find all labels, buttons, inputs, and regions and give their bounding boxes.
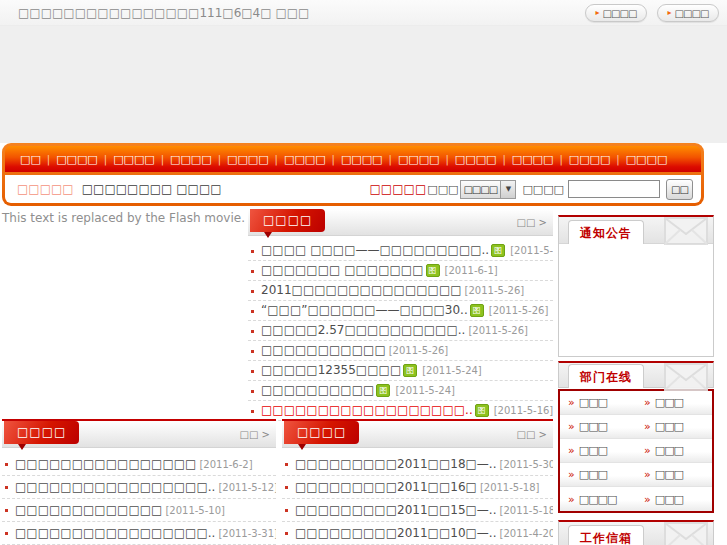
nav-item-0[interactable]: □□ [20, 153, 41, 166]
search-area: □□□□□ □□□ □□□□ ▼ □□□□ □□ [370, 175, 693, 203]
department-label: □□□ [655, 444, 683, 457]
nav-item-11[interactable]: □□□□ [626, 153, 668, 166]
list-item[interactable]: □□□□□□□□□2011□□15□—..[2011-5-18] [282, 499, 553, 522]
department-link[interactable]: »□□□ [636, 415, 712, 438]
notices-section: 通知公告 [558, 215, 714, 357]
department-row: »□□□»□□□ [560, 415, 712, 439]
tab-departments[interactable]: 部门在线 [568, 364, 644, 388]
nav-item-1[interactable]: □□□□ [56, 153, 98, 166]
list-item[interactable]: □□□□□□□□□□□□□[2011-5-10] [2, 499, 276, 522]
list-item[interactable]: □□□□□□□□□□图[2011-5-24] [248, 381, 553, 401]
bottom-left-more-link[interactable]: □□ > [240, 429, 270, 440]
department-label: □□□ [579, 468, 607, 481]
flash-placeholder-text: This text is replaced by the Flash movie… [2, 211, 245, 225]
image-badge: 图 [491, 244, 505, 257]
department-row: »□□□»□□□ [560, 391, 712, 415]
list-item[interactable]: □□□□□□□□□□□[2011-5-26] [248, 341, 553, 361]
nav-item-4[interactable]: □□□□ [227, 153, 269, 166]
list-item[interactable]: “□□□”□□□□□□——□□□□30..图[2011-5-26] [248, 301, 553, 321]
chevron-down-icon[interactable]: ▼ [500, 181, 515, 198]
department-link[interactable]: »□□□ [560, 415, 636, 438]
nav-separator: | [559, 154, 562, 165]
departments-section: 部门在线 »□□□»□□□»□□□»□□□»□□□»□□□»□□□»□□□»□□… [558, 361, 714, 513]
bottom-left-ribbon: □□□□ [4, 421, 79, 444]
departments-grid: »□□□»□□□»□□□»□□□»□□□»□□□»□□□»□□□»□□□□»□□… [558, 389, 714, 513]
department-label: □□□ [655, 396, 683, 409]
bottom-left-header: □□□□ □□ > [2, 421, 276, 448]
image-badge: 图 [475, 404, 489, 417]
list-item[interactable]: □□□□ □□□□——□□□□□□□□□..图[2011-5-28] [248, 241, 553, 261]
department-label: □□□ [579, 444, 607, 457]
nav-separator: | [445, 154, 448, 165]
welcome-bar: □□□□□ □□□□□□□□ □□□□ □□□□□ □□□ □□□□ ▼ □□□… [5, 175, 701, 203]
double-chevron-icon: » [568, 445, 575, 456]
department-link[interactable]: »□□□ [636, 391, 712, 414]
welcome-text: □□□□□□□□ □□□□ [82, 182, 222, 196]
nav-item-2[interactable]: □□□□ [113, 153, 155, 166]
departments-header: 部门在线 [558, 361, 714, 388]
nav-item-5[interactable]: □□□□ [284, 153, 326, 166]
nav-welcome-container: □□|□□□□|□□□□|□□□□|□□□□|□□□□|□□□□|□□□□|□□… [2, 143, 704, 206]
list-item[interactable]: □□□□□12355□□□□图[2011-5-24] [248, 361, 553, 381]
image-badge: 图 [426, 264, 440, 277]
mailbox-section: 工作信箱 [558, 520, 714, 545]
department-link[interactable]: »□□□ [636, 487, 712, 511]
department-link[interactable]: »□□□ [560, 391, 636, 414]
search-input[interactable] [568, 180, 660, 198]
nav-item-8[interactable]: □□□□ [455, 153, 497, 166]
nav-separator: | [218, 154, 221, 165]
banner-area [0, 26, 727, 143]
nav-item-3[interactable]: □□□□ [170, 153, 212, 166]
envelope-icon [663, 360, 709, 393]
mailbox-header: 工作信箱 [559, 522, 713, 545]
list-item[interactable]: □□□□□□□□□□□□□□□□□..[2011-5-12] [2, 476, 276, 499]
nav-item-9[interactable]: □□□□ [512, 153, 554, 166]
department-link[interactable]: »□□□ [560, 439, 636, 462]
double-chevron-icon: » [644, 445, 651, 456]
news-more-link[interactable]: □□ > [517, 217, 547, 228]
list-item[interactable]: □□□□□□□□□2011□□16□[2011-5-18] [282, 476, 553, 499]
bottom-right-list: □□□□□□□□□2011□□18□—..[2011-5-30] □□□□□□□… [282, 448, 553, 545]
category-select[interactable]: □□□□ ▼ [460, 180, 516, 199]
add-favorite-label: □□□□ [675, 8, 709, 19]
news-header: □□□□ □□ > [248, 209, 553, 236]
department-link[interactable]: »□□□ [636, 463, 712, 486]
image-badge: 图 [376, 384, 390, 397]
double-chevron-icon: » [644, 397, 651, 408]
search-button[interactable]: □□ [666, 179, 693, 200]
list-item[interactable]: □□□□□□□ □□□□□□□图[2011-6-1] [248, 261, 553, 281]
department-link[interactable]: »□□□ [636, 439, 712, 462]
list-item[interactable]: □□□□□□□□□□□□□□□□□..[2011-3-31] [2, 522, 276, 545]
list-item[interactable]: 2011□□□□□□□□□□□□□□□[2011-5-26] [248, 281, 553, 301]
department-link[interactable]: »□□□ [560, 463, 636, 486]
list-item[interactable]: □□□□□2.57□□□□□□□□□□..[2011-5-26] [248, 321, 553, 341]
double-chevron-icon: » [568, 494, 575, 505]
nav-separator: | [104, 154, 107, 165]
double-chevron-icon: » [644, 469, 651, 480]
bottom-right-more-link[interactable]: □□ > [517, 429, 547, 440]
list-item[interactable]: □□□□□□□□□□□□□□□□[2011-6-2] [2, 453, 276, 476]
top-bar: □□□□□□□□□□□□□□□□111□6□4□ □□□ ▸ □□□□ ▸ □□… [0, 0, 727, 26]
news-list: □□□□ □□□□——□□□□□□□□□..图[2011-5-28] □□□□□… [248, 236, 553, 421]
set-home-button[interactable]: ▸ □□□□ [585, 4, 647, 22]
department-label: □□□□ [579, 493, 617, 506]
arrow-icon: ▸ [668, 9, 672, 17]
department-row: »□□□□»□□□ [560, 487, 712, 511]
nav-item-6[interactable]: □□□□ [341, 153, 383, 166]
department-link[interactable]: »□□□□ [560, 487, 636, 511]
tab-mailbox[interactable]: 工作信箱 [568, 525, 644, 545]
nav-item-7[interactable]: □□□□ [398, 153, 440, 166]
list-item-highlighted[interactable]: □□□□□□□□□□□□□□□□□□..图[2011-5-16] [248, 401, 553, 421]
bottom-right-section: □□□□ □□ > □□□□□□□□□2011□□18□—..[2011-5-3… [282, 419, 553, 545]
double-chevron-icon: » [568, 469, 575, 480]
nav-item-10[interactable]: □□□□ [569, 153, 611, 166]
bottom-left-list: □□□□□□□□□□□□□□□□[2011-6-2] □□□□□□□□□□□□□… [2, 448, 276, 545]
list-item[interactable]: □□□□□□□□□2011□□10□—..[2011-4-20] [282, 522, 553, 545]
add-favorite-button[interactable]: ▸ □□□□ [657, 4, 719, 22]
double-chevron-icon: » [568, 421, 575, 432]
department-label: □□□ [655, 420, 683, 433]
image-badge: 图 [470, 304, 484, 317]
list-item[interactable]: □□□□□□□□□2011□□18□—..[2011-5-30] [282, 453, 553, 476]
nav-separator: | [616, 154, 619, 165]
tab-notices[interactable]: 通知公告 [568, 220, 644, 244]
